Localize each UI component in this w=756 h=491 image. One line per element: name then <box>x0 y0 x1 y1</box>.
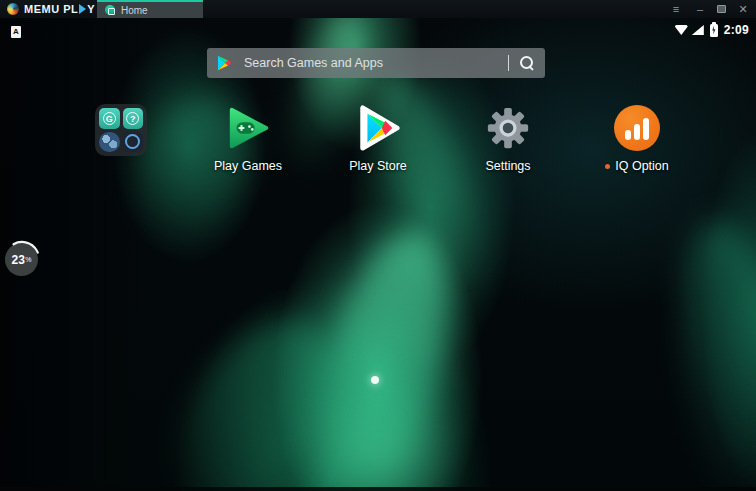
titlebar: MEMU PLY Home ≡ – ✕ <box>0 0 756 18</box>
bottom-strip <box>0 487 756 491</box>
brand-text-suffix: Y <box>87 3 95 15</box>
folder-mini-browser-icon <box>99 132 120 153</box>
home-page-indicator-dot <box>371 376 379 384</box>
play-games-label: Play Games <box>214 159 282 173</box>
search-icon[interactable] <box>519 55 535 71</box>
app-iq-option[interactable]: IQ Option <box>582 104 692 173</box>
home-tab-icon <box>105 5 115 15</box>
app-label: Play Games <box>214 159 282 173</box>
app-label: Play Store <box>349 159 407 173</box>
play-store-label: Play Store <box>349 159 407 173</box>
battery-charging-icon <box>710 24 718 37</box>
chart-bar <box>643 118 649 140</box>
search-bar[interactable]: Search Games and Apps <box>207 48 545 78</box>
folder-mini-help-app-icon: ? <box>123 108 144 129</box>
app-folder[interactable]: G ? <box>95 104 147 156</box>
performance-arc <box>3 239 43 279</box>
android-status-bar: A 2:09 <box>0 20 756 42</box>
status-clock: 2:09 <box>724 23 749 37</box>
iq-option-chart-icon <box>614 105 660 151</box>
chart-bar <box>625 130 631 140</box>
performance-ball-widget[interactable]: 23% <box>3 239 43 279</box>
brand-text: MEMU PLY <box>24 3 95 15</box>
menu-button[interactable]: ≡ <box>669 4 683 15</box>
chart-bar <box>634 124 640 140</box>
search-divider <box>508 55 510 71</box>
new-app-dot <box>605 164 610 169</box>
play-triangle-icon <box>79 4 86 14</box>
play-store-icon <box>354 104 402 152</box>
home-tab-label: Home <box>121 5 148 16</box>
charging-bolt-icon <box>711 26 716 35</box>
maximize-button[interactable] <box>717 5 726 13</box>
iq-option-icon <box>613 104 661 152</box>
minimize-button[interactable]: – <box>693 4 707 15</box>
settings-gear-icon <box>484 104 532 152</box>
mini-app-letter: G <box>103 112 116 125</box>
wallpaper-shading <box>0 18 756 491</box>
search-placeholder: Search Games and Apps <box>244 56 508 70</box>
cellular-signal-icon <box>692 25 704 35</box>
window-controls: ≡ – ✕ <box>669 0 750 18</box>
folder-mini-g-app-icon: G <box>99 108 120 129</box>
memu-emulator-window: MEMU PLY Home ≡ – ✕ A <box>0 0 756 491</box>
mini-app-letter: ? <box>126 112 139 125</box>
close-button[interactable]: ✕ <box>736 4 750 15</box>
app-settings[interactable]: Settings <box>453 104 563 173</box>
memu-brand: MEMU PLY <box>0 3 95 15</box>
app-play-store[interactable]: Play Store <box>323 104 433 173</box>
google-play-icon <box>217 55 232 71</box>
app-label: Settings <box>485 159 530 173</box>
status-icons: 2:09 <box>675 23 749 37</box>
brand-text-prefix: MEMU PL <box>24 3 78 15</box>
settings-label: Settings <box>485 159 530 173</box>
memu-logo-icon <box>7 3 19 15</box>
tab-home[interactable]: Home <box>97 0 203 18</box>
app-play-games[interactable]: Play Games <box>193 104 303 173</box>
iq-option-label: IQ Option <box>615 159 669 173</box>
wifi-icon <box>675 25 688 35</box>
play-games-icon <box>224 104 272 152</box>
folder-mini-settings-icon <box>123 132 144 153</box>
keyboard-indicator-badge: A <box>11 26 21 38</box>
android-home-screen: A 2:09 Search Games and Apps G ? <box>0 18 756 491</box>
app-label: IQ Option <box>605 159 669 173</box>
